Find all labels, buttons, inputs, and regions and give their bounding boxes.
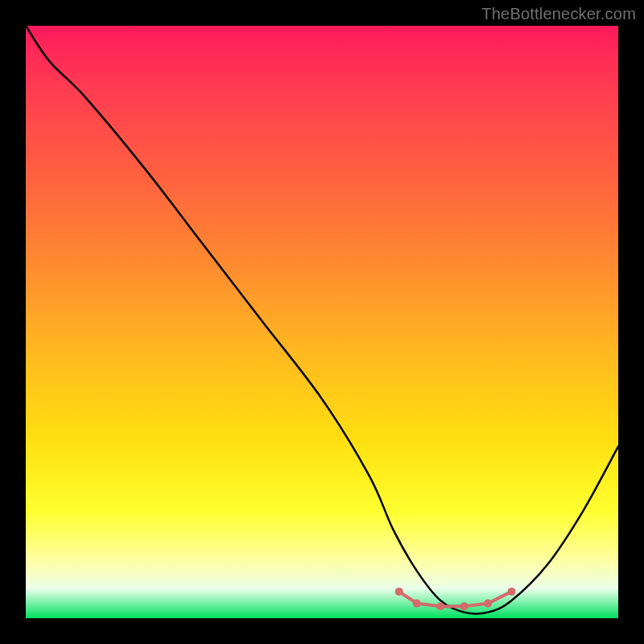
marker-dot [436,602,444,610]
marker-dot [484,600,492,608]
marker-dot [395,588,403,596]
chart-frame: TheBottlenecker.com [0,0,644,644]
marker-dot [460,602,469,610]
marker-dot [413,600,421,608]
marker-dot [508,588,516,596]
bottleneck-curve [26,26,618,613]
watermark-text: TheBottlenecker.com [481,5,636,23]
curve-svg [26,26,618,618]
plot-area [26,26,618,618]
min-band-markers [395,588,516,610]
